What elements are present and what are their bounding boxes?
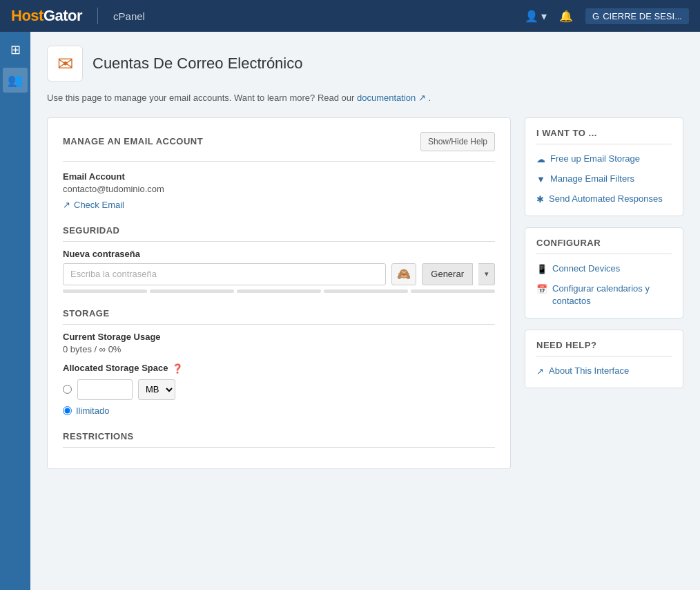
brand-logo: HostGator cPanel	[11, 7, 145, 25]
configurar-section: CONFIGURAR 📱 Connect Devices 📅 Configura…	[525, 227, 683, 318]
manage-email-filters-link[interactable]: ▼ Manage Email Filters	[536, 173, 672, 186]
two-col-layout: MANAGE AN EMAIL ACCOUNT Show/Hide Help E…	[47, 117, 683, 469]
restrictions-title: RESTRICTIONS	[63, 431, 495, 448]
eye-slash-icon: 🙈	[397, 267, 411, 280]
email-icon: ✉	[57, 53, 73, 75]
top-navigation: HostGator cPanel 👤 ▾ 🔔 G CIERRE DE SESI.…	[0, 0, 700, 32]
bell-icon: 🔔	[559, 10, 573, 23]
cloud-icon: ☁	[536, 153, 545, 166]
check-email-link[interactable]: ↗ Check Email	[63, 200, 495, 210]
main-panel: MANAGE AN EMAIL ACCOUNT Show/Hide Help E…	[47, 117, 511, 469]
strength-bar-1	[63, 289, 147, 293]
security-section: SEGURIDAD Nueva contraseña 🙈 Generar ▾	[63, 225, 495, 293]
user-icon: 👤	[525, 10, 538, 23]
i-want-to-title: I WANT TO ...	[536, 128, 672, 144]
main-content: ✉ Cuentas De Correo Electrónico Use this…	[30, 32, 700, 590]
external-link-icon: ↗	[536, 365, 544, 378]
mobile-icon: 📱	[536, 263, 547, 276]
restrictions-section: RESTRICTIONS	[63, 431, 495, 448]
notifications-btn[interactable]: 🔔	[559, 10, 573, 23]
auto-icon: ✱	[536, 193, 544, 206]
logout-label: CIERRE DE SESI...	[603, 11, 682, 21]
alloc-storage-label: Allocated Storage Space	[63, 363, 168, 373]
unlimited-label: Ilimitado	[76, 406, 109, 416]
need-help-section: NEED HELP? ↗ About This Interface	[525, 330, 683, 388]
password-strength-bars	[63, 289, 495, 293]
page-header: ✉ Cuentas De Correo Electrónico	[47, 46, 683, 82]
manage-section-header: MANAGE AN EMAIL ACCOUNT Show/Hide Help	[63, 132, 495, 151]
configurar-title: CONFIGURAR	[536, 238, 672, 254]
strength-bar-5	[411, 289, 495, 293]
sidebar-grid-icon[interactable]: ⊞	[3, 37, 28, 62]
alloc-row: MB	[63, 379, 495, 400]
storage-title: STORAGE	[63, 308, 495, 325]
about-interface-link[interactable]: ↗ About This Interface	[536, 365, 672, 378]
strength-bar-4	[324, 289, 408, 293]
unlimited-storage-row: Ilimitado	[63, 406, 495, 416]
email-value: contacto@tudominio.com	[63, 184, 495, 194]
need-help-title: NEED HELP?	[536, 340, 672, 356]
current-storage-label: Current Storage Usage	[63, 332, 495, 342]
desc-text-end: .	[429, 93, 431, 103]
user-menu-btn[interactable]: 👤 ▾	[525, 10, 547, 23]
toggle-password-btn[interactable]: 🙈	[391, 263, 416, 285]
password-label: Nueva contraseña	[63, 249, 495, 259]
filter-icon: ▼	[536, 173, 545, 186]
check-email-icon: ↗	[63, 200, 70, 210]
caret-down-icon: ▾	[485, 269, 489, 278]
generate-caret-btn[interactable]: ▾	[478, 263, 495, 285]
alloc-storage-input[interactable]	[77, 379, 133, 400]
cpanel-label: cPanel	[113, 10, 145, 22]
free-up-storage-link[interactable]: ☁ Free up Email Storage	[536, 153, 672, 166]
storage-unit-dropdown[interactable]: MB	[138, 379, 175, 400]
brand-name: HostGator	[11, 7, 82, 25]
show-hide-help-btn[interactable]: Show/Hide Help	[420, 132, 495, 151]
section-divider	[63, 161, 495, 162]
sidebar-users-icon[interactable]: 👥	[3, 68, 28, 93]
email-account-field: Email Account contacto@tudominio.com ↗ C…	[63, 171, 495, 210]
desc-text-start: Use this page to manage your email accou…	[47, 93, 354, 103]
connect-devices-link[interactable]: 📱 Connect Devices	[536, 263, 672, 276]
calendar-icon: 📅	[536, 283, 547, 296]
alloc-label-row: Allocated Storage Space ❓	[63, 363, 495, 375]
storage-unlimited-radio[interactable]	[63, 406, 72, 415]
storage-custom-radio[interactable]	[63, 385, 72, 394]
password-row: 🙈 Generar ▾	[63, 263, 495, 285]
documentation-link[interactable]: documentation ↗	[357, 93, 426, 103]
logout-button[interactable]: G CIERRE DE SESI...	[585, 8, 689, 24]
sidebar: ⊞ 👥	[0, 32, 30, 590]
page-title: Cuentas De Correo Electrónico	[93, 55, 302, 73]
i-want-to-section: I WANT TO ... ☁ Free up Email Storage ▼ …	[525, 117, 683, 217]
send-automated-responses-link[interactable]: ✱ Send Automated Responses	[536, 193, 672, 206]
logout-icon: G	[592, 11, 599, 21]
manage-section-title: MANAGE AN EMAIL ACCOUNT	[63, 136, 203, 146]
configurar-calendarios-link[interactable]: 📅 Configurar calendarios y contactos	[536, 283, 672, 307]
main-layout: ⊞ 👥 ✉ Cuentas De Correo Electrónico Use …	[0, 32, 700, 590]
email-label: Email Account	[63, 171, 495, 182]
strength-bar-3	[237, 289, 321, 293]
user-caret: ▾	[541, 10, 547, 23]
right-panel: I WANT TO ... ☁ Free up Email Storage ▼ …	[525, 117, 683, 399]
storage-section: STORAGE Current Storage Usage 0 bytes / …	[63, 308, 495, 416]
nav-divider	[97, 8, 98, 24]
generate-password-btn[interactable]: Generar	[422, 263, 473, 285]
strength-bar-2	[150, 289, 234, 293]
alloc-help-icon: ❓	[172, 363, 183, 374]
password-input[interactable]	[63, 263, 386, 285]
page-description: Use this page to manage your email accou…	[47, 91, 683, 105]
security-title: SEGURIDAD	[63, 225, 495, 242]
current-storage-value: 0 bytes / ∞ 0%	[63, 344, 495, 354]
nav-icons: 👤 ▾ 🔔 G CIERRE DE SESI...	[525, 8, 689, 24]
page-icon: ✉	[47, 46, 83, 82]
